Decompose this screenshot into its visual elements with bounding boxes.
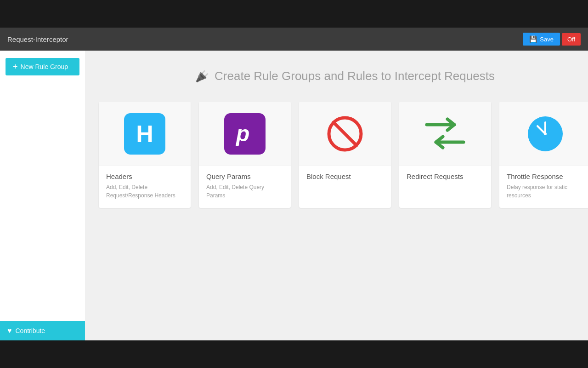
off-button[interactable]: Off (562, 33, 581, 46)
content-area: 🔌 Create Rule Groups and Rules to Interc… (85, 51, 588, 340)
plus-icon: + (13, 63, 18, 71)
card-throttle-title: Throttle Response (507, 172, 584, 180)
svg-point-7 (544, 132, 547, 135)
query-icon: p (224, 113, 266, 155)
top-bar (0, 0, 588, 28)
card-redirect-icon-area (399, 102, 491, 166)
header-actions: 💾 Save Off (523, 33, 581, 46)
card-headers-desc: Add, Edit, Delete Request/Response Heade… (106, 183, 183, 200)
card-query-params[interactable]: p Query Params Add, Edit, Delete Query P… (199, 102, 291, 208)
svg-text:p: p (235, 121, 249, 146)
contribute-label: Contribute (16, 327, 45, 334)
app-title: Request-Interceptor (7, 35, 68, 43)
cards-grid: H Headers Add, Edit, Delete Request/Resp… (99, 102, 588, 208)
card-redirect-body: Redirect Requests (399, 166, 491, 191)
main-layout: + New Rule Group ♥ Contribute 🔌 Create R… (0, 51, 588, 340)
block-icon (324, 113, 366, 155)
card-throttle-response[interactable]: Throttle Response Delay response for sta… (499, 102, 588, 208)
query-p-svg: p (232, 121, 258, 146)
card-throttle-icon-area (499, 102, 588, 166)
card-headers[interactable]: H Headers Add, Edit, Delete Request/Resp… (99, 102, 191, 208)
plug-icon: 🔌 (195, 70, 209, 83)
sidebar-top: + New Rule Group (0, 51, 85, 83)
save-label: Save (540, 36, 554, 43)
sidebar: + New Rule Group ♥ Contribute (0, 51, 85, 340)
bottom-bar (0, 340, 588, 368)
card-redirect-requests[interactable]: Redirect Requests (399, 102, 491, 208)
card-query-title: Query Params (206, 172, 283, 180)
card-block-body: Block Request (299, 166, 391, 191)
card-redirect-title: Redirect Requests (407, 172, 484, 180)
card-query-desc: Add, Edit, Delete Query Params (206, 183, 283, 200)
contribute-button[interactable]: ♥ Contribute (0, 321, 85, 340)
card-block-icon-area (299, 102, 391, 166)
card-query-body: Query Params Add, Edit, Delete Query Par… (199, 166, 291, 208)
card-query-icon-area: p (199, 102, 291, 166)
page-heading: 🔌 Create Rule Groups and Rules to Interc… (99, 69, 588, 83)
svg-line-2 (334, 122, 356, 145)
headers-icon: H (124, 113, 165, 155)
card-block-title: Block Request (306, 172, 384, 180)
card-headers-title: Headers (106, 172, 183, 180)
card-block-request[interactable]: Block Request (299, 102, 391, 208)
redirect-svg (424, 115, 466, 152)
app-header: Request-Interceptor 💾 Save Off (0, 28, 588, 51)
card-headers-body: Headers Add, Edit, Delete Request/Respon… (99, 166, 191, 208)
card-throttle-desc: Delay response for static resources (507, 183, 584, 200)
save-icon: 💾 (529, 35, 537, 43)
throttle-icon (525, 113, 566, 155)
card-headers-icon-area: H (99, 102, 191, 166)
heart-icon: ♥ (7, 327, 12, 335)
redirect-icon (424, 113, 466, 155)
heading-text: Create Rule Groups and Rules to Intercep… (215, 69, 495, 83)
new-rule-group-button[interactable]: + New Rule Group (6, 58, 79, 75)
new-rule-group-label: New Rule Group (21, 63, 68, 70)
sidebar-bottom: ♥ Contribute (0, 321, 85, 340)
block-svg (324, 113, 366, 155)
clock-svg (525, 113, 566, 155)
card-throttle-body: Throttle Response Delay response for sta… (499, 166, 588, 208)
save-button[interactable]: 💾 Save (523, 33, 560, 46)
